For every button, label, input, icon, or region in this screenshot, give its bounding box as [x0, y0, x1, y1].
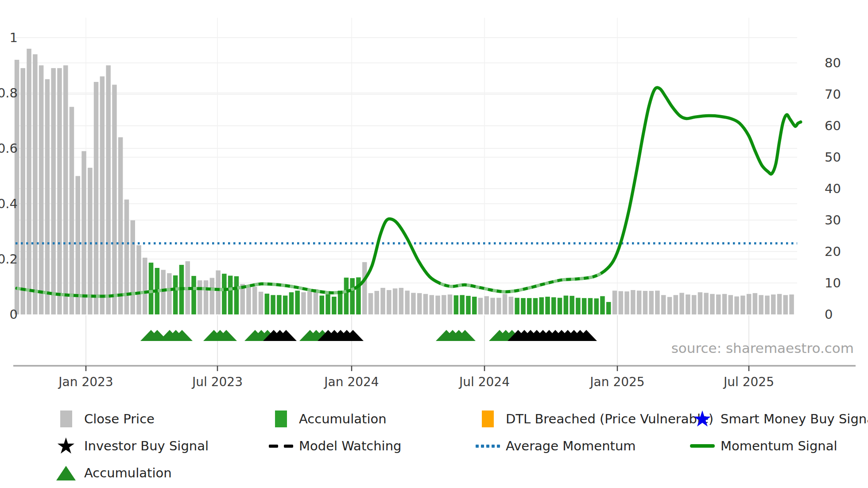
close-price-bar: [503, 294, 508, 314]
legend-item-accumulation-bar: Accumulation: [268, 410, 401, 428]
close-price-bar: [643, 291, 648, 314]
blue-star-icon: ★: [690, 410, 715, 428]
black-dashed-line-icon: [269, 445, 293, 448]
legend-item-momentum-signal: Momentum Signal: [690, 437, 868, 455]
close-price-bar: [106, 66, 111, 315]
close-price-bar: [70, 107, 74, 314]
accumulation-bar: [338, 290, 343, 314]
accumulation-bar: [350, 278, 355, 314]
legend-item-average-momentum: Average Momentum: [475, 437, 713, 455]
close-price-bar: [259, 292, 264, 314]
close-price-bar: [88, 168, 93, 314]
right-axis-tick-label: 10: [825, 275, 841, 290]
close-price-bar: [686, 294, 690, 314]
close-price-bar: [655, 290, 660, 314]
close-price-bar: [490, 298, 495, 315]
close-price-bar: [27, 49, 31, 314]
legend-label-momentum-signal: Momentum Signal: [721, 438, 837, 453]
legend-label-investor-buy-signal: Investor Buy Signal: [84, 438, 209, 453]
close-price-bar: [637, 290, 642, 314]
close-price-bar: [704, 293, 709, 314]
legend-item-investor-buy-signal: ★ Investor Buy Signal: [53, 437, 209, 455]
close-price-bar: [368, 293, 373, 314]
close-price-bar: [789, 294, 794, 314]
accumulation-bar: [600, 296, 605, 314]
right-axis-tick-label: 0: [825, 307, 833, 322]
green-line-icon: [690, 444, 715, 448]
dtl-breached-swatch-icon: [482, 411, 494, 427]
close-price-bar: [722, 294, 727, 314]
accumulation-bar: [527, 298, 532, 314]
accumulation-bar: [454, 295, 459, 314]
close-price-bar: [783, 295, 788, 314]
close-price-bar: [734, 296, 739, 314]
right-axis-tick-label: 70: [825, 87, 841, 102]
close-price-bar: [435, 296, 440, 315]
close-price-bar: [216, 271, 221, 314]
price-momentum-chart: Jan 2023Jul 2023Jan 2024Jul 2024Jan 2025…: [0, 0, 868, 488]
close-price-bar: [380, 288, 385, 314]
close-price-bar: [252, 287, 257, 315]
close-price-bar: [167, 273, 172, 314]
close-price-bar: [442, 295, 446, 314]
source-note: source: sharemaestro.com: [671, 340, 854, 356]
accumulation-bar: [472, 297, 477, 314]
x-tick-label: Jul 2025: [723, 375, 774, 389]
close-price-bar: [716, 294, 721, 314]
close-price-bar: [423, 294, 428, 314]
close-price-bar: [753, 293, 758, 314]
close-price-bar: [136, 245, 141, 314]
left-axis-tick-label: 0.8: [0, 85, 18, 101]
accumulation-bar: [277, 295, 282, 314]
close-price-bar: [33, 54, 38, 315]
close-price-bar: [393, 288, 398, 314]
accumulation-bar: [332, 297, 337, 314]
left-axis-tick-label: 0.2: [0, 252, 18, 267]
x-tick-label: Jul 2024: [458, 375, 510, 389]
close-price-bar: [679, 293, 684, 314]
right-axis-tick-label: 50: [825, 150, 841, 165]
close-price-bar: [405, 290, 410, 314]
close-price-bar: [624, 291, 629, 314]
close-price-bar: [747, 294, 752, 314]
legend-item-model-watching: Model Watching: [268, 437, 401, 455]
close-price-bar: [674, 295, 678, 314]
accumulation-bar: [558, 298, 562, 315]
left-axis-tick-label: 0.6: [0, 141, 18, 156]
blue-dotted-line-icon: [476, 445, 500, 448]
legend-label-smart-money: Smart Money Buy Signal: [721, 411, 868, 426]
accumulation-bar: [326, 294, 330, 314]
close-price-bar: [131, 221, 136, 315]
close-price-bar: [478, 298, 483, 315]
close-price-bar: [692, 295, 697, 314]
close-price-bar: [63, 66, 68, 315]
accumulation-bar: [320, 296, 325, 315]
black-star-icon: ★: [53, 437, 79, 455]
close-price-bar: [375, 291, 380, 314]
legend-column-2: Accumulation Model Watching: [268, 410, 401, 455]
close-price-bar: [728, 295, 733, 314]
accumulation-bar: [173, 275, 178, 314]
close-price-bar: [509, 297, 514, 314]
legend-item-dtl-breached: DTL Breached (Price Vulnerable): [475, 410, 713, 428]
accumulation-bar: [515, 298, 519, 315]
close-price-swatch-icon: [60, 411, 72, 427]
accumulation-bar: [344, 278, 349, 314]
close-price-bar: [81, 151, 86, 314]
legend-label-accumulation-marker: Accumulation: [84, 465, 172, 480]
x-tick-label: Jul 2023: [191, 375, 243, 389]
momentum-line-dash-overlay: [441, 271, 604, 292]
close-price-bar: [362, 262, 367, 314]
legend-item-accumulation-marker: Accumulation: [53, 464, 209, 482]
close-price-bar: [246, 287, 251, 314]
legend-column-3: DTL Breached (Price Vulnerable) Average …: [475, 410, 713, 455]
accumulation-bar: [149, 263, 154, 314]
left-axis-tick-label: 1: [10, 30, 18, 45]
legend-column-1: Close Price ★ Investor Buy Signal Accumu…: [53, 410, 209, 482]
close-price-bar: [399, 288, 404, 314]
right-axis-tick-label: 20: [825, 244, 841, 259]
close-price-bar: [51, 68, 56, 314]
close-price-bar: [612, 290, 617, 314]
right-axis-tick-label: 80: [825, 55, 841, 70]
legend-label-accumulation-bar: Accumulation: [299, 411, 387, 426]
